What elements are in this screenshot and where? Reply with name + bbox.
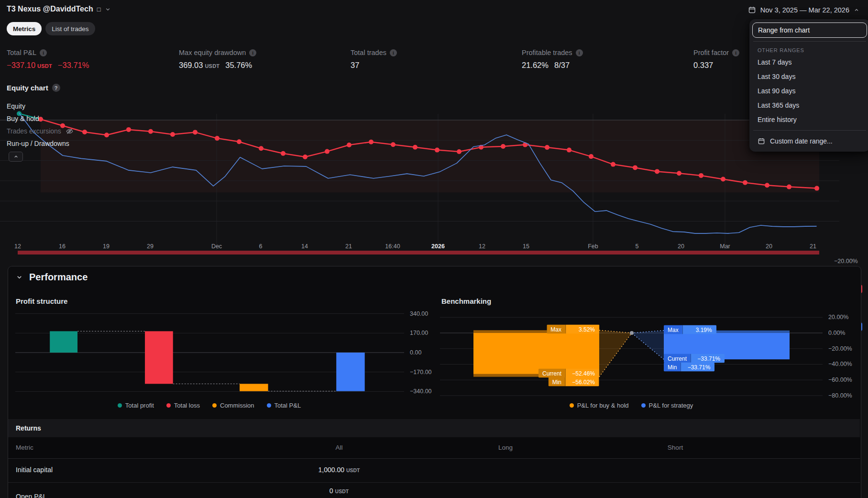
- legend-label: P&L for strategy: [649, 402, 693, 409]
- menu-divider: [753, 130, 866, 131]
- legend-dot: [641, 403, 646, 408]
- y-tick: 20.00%: [828, 314, 848, 321]
- chip-label: Min: [664, 363, 681, 372]
- bar-total-p-l: [336, 353, 364, 391]
- menu-item-last-7-days[interactable]: Last 7 days: [752, 55, 867, 69]
- x-tick: 21: [345, 243, 352, 250]
- legend-label: Total loss: [174, 402, 200, 409]
- menu-item-last-30-days[interactable]: Last 30 days: [752, 69, 867, 84]
- menu-item-last-365-days[interactable]: Last 365 days: [752, 98, 867, 112]
- metric-total-pnl: Total P&Li −337.10USDT−33.71%: [7, 49, 169, 70]
- legend-item-buy-and-hold[interactable]: Buy & hold: [7, 114, 74, 123]
- metric-max-drawdown: Max equity drawdowni 369.03USDT35.76%: [179, 49, 341, 70]
- metric-label: Profitable trades: [522, 49, 572, 56]
- calendar-icon: [758, 137, 765, 145]
- equity-legend: Equity Buy & hold Trades excursions Run-…: [7, 102, 74, 148]
- legend-item: Total profit: [118, 402, 154, 409]
- legend-dot: [267, 403, 271, 408]
- x-tick: 6: [259, 243, 263, 250]
- collapse-pane-button[interactable]: [9, 152, 23, 162]
- calendar-icon: [748, 6, 756, 14]
- max-drawdown-region: [41, 120, 819, 192]
- help-icon[interactable]: ?: [52, 84, 60, 92]
- table-row-initial-capital[interactable]: Initial capital 1,000.00USDT: [8, 458, 860, 482]
- legend-item-trades-excursions[interactable]: Trades excursions: [7, 127, 74, 135]
- returns-title: Returns: [16, 424, 41, 432]
- menu-item-entire-history[interactable]: Entire history: [752, 112, 867, 127]
- section-title: Equity chart: [7, 84, 48, 92]
- bar-total-profit: [50, 331, 77, 353]
- legend-item: Total loss: [166, 402, 200, 409]
- info-icon[interactable]: i: [249, 49, 256, 56]
- date-range-button[interactable]: Nov 3, 2025 — Mar 22, 2026: [744, 4, 863, 16]
- legend-item: Commission: [212, 402, 254, 409]
- info-icon[interactable]: i: [40, 49, 47, 56]
- legend-item-runup-drawdowns[interactable]: Run-up / Drawdowns: [7, 139, 74, 148]
- metric-label: Profit factor: [693, 49, 729, 56]
- column-all: All: [315, 444, 363, 451]
- y-tick: −20.00%: [828, 345, 852, 352]
- tab-list-of-trades[interactable]: List of trades: [45, 22, 95, 35]
- table-row-open-pnl[interactable]: Open P&L 0USDT: [8, 482, 860, 498]
- metric-total-trades: Total tradesi 37: [351, 49, 513, 70]
- chip-label: Max: [664, 325, 682, 334]
- value-chip-current: Current−52.46%: [538, 369, 599, 378]
- x-tick: 20: [678, 243, 684, 250]
- value-chip-min: Min−33.71%: [664, 363, 714, 372]
- page-title: T3 Nexus @DaviddTech: [7, 5, 93, 13]
- legend-dot: [118, 403, 122, 408]
- value-chip-current: Current−33.71%: [664, 354, 725, 363]
- metric-label: Max equity drawdown: [179, 49, 246, 56]
- menu-item-range-from-chart[interactable]: Range from chart: [752, 22, 867, 38]
- y-tick: 340.00: [410, 310, 428, 317]
- drawdown-duration-bar: [18, 251, 819, 255]
- column-p-l-for-buy-hold: [473, 333, 599, 374]
- x-tick: 12: [479, 243, 485, 250]
- metric-value: −337.10: [7, 61, 35, 70]
- y-tick: 170.00: [410, 330, 428, 336]
- profit-structure-svg: [14, 310, 404, 396]
- y-tick: 0.00%: [828, 330, 845, 336]
- x-tick: 15: [523, 243, 529, 250]
- menu-item-last-90-days[interactable]: Last 90 days: [752, 84, 867, 98]
- chip-value: −33.71%: [681, 363, 714, 372]
- chip-value: −52.46%: [565, 369, 599, 378]
- legend-label: Commission: [220, 402, 254, 409]
- x-tick: 2026: [431, 243, 445, 250]
- performance-header[interactable]: Performance: [16, 272, 88, 283]
- x-tick: 16: [59, 243, 66, 250]
- benchmarking-legend: P&L for buy & holdP&L for strategy: [440, 402, 823, 409]
- tab-metrics[interactable]: Metrics: [7, 22, 42, 35]
- info-icon[interactable]: i: [732, 49, 739, 56]
- chevron-down-icon[interactable]: [105, 6, 111, 12]
- legend-item-equity[interactable]: Equity: [7, 102, 74, 111]
- x-tick: 5: [636, 243, 639, 250]
- equity-pane[interactable]: 12161929Dec6142116:4020261215Feb520Mar20…: [0, 100, 868, 258]
- profit-structure-chart: 340.00170.000.00−170.00−340.00: [14, 310, 445, 398]
- x-tick: Feb: [588, 243, 598, 250]
- returns-section-header: Returns: [8, 419, 860, 437]
- strategy-title-row[interactable]: T3 Nexus @DaviddTech □: [7, 5, 111, 13]
- strategy-tester-page: T3 Nexus @DaviddTech □ Nov 3, 2025 — Mar…: [0, 0, 868, 498]
- chevron-up-icon: [854, 7, 859, 13]
- metric-value: 0.337: [693, 61, 713, 70]
- metric-profitable-trades: Profitable tradesi 21.62%8/37: [522, 49, 684, 70]
- benchmarking-title: Benchmarking: [441, 297, 491, 305]
- info-icon[interactable]: i: [390, 49, 397, 56]
- equity-plot[interactable]: [0, 100, 868, 258]
- metric-value: 21.62%: [522, 61, 549, 70]
- info-icon[interactable]: i: [576, 49, 583, 56]
- chip-label: Current: [538, 369, 565, 378]
- equity-chart-svg: [0, 100, 839, 258]
- bar-commission: [240, 384, 268, 391]
- chevron-down-icon: [16, 274, 23, 281]
- chip-value: −56.02%: [565, 377, 599, 387]
- date-range-text: Nov 3, 2025 — Mar 22, 2026: [760, 6, 849, 14]
- y-tick: −40.00%: [828, 361, 852, 367]
- y-tick: 0.00: [410, 349, 421, 356]
- column-metric: Metric: [16, 444, 33, 451]
- legend-item: P&L for strategy: [641, 402, 693, 409]
- menu-item-custom-date-range[interactable]: Custom date range...: [752, 134, 867, 148]
- legend-dot: [166, 403, 171, 408]
- legend-item: P&L for buy & hold: [570, 402, 629, 409]
